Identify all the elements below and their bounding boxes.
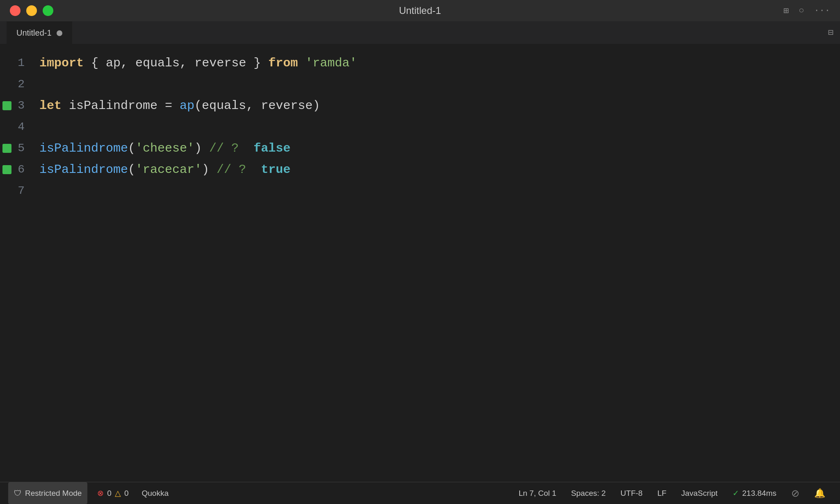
token-from: from xyxy=(268,52,298,74)
gutter-line-3: 3 xyxy=(0,95,33,116)
code-line-4 xyxy=(39,116,834,138)
token-space-1 xyxy=(298,52,305,74)
token-cheese: 'cheese' xyxy=(135,138,194,159)
warning-count: 0 xyxy=(124,489,129,498)
line-number-6: 6 xyxy=(18,159,25,180)
language-label: JavaScript xyxy=(681,489,718,498)
line-numbers-gutter: 1 2 3 4 5 6 7 xyxy=(0,44,33,482)
restricted-mode-indicator[interactable]: 🛡 Restricted Mode xyxy=(8,482,87,504)
title-bar: Untitled-1 ⊞ ○ ··· xyxy=(0,0,840,21)
title-right-actions: ⊞ ○ ··· xyxy=(783,5,830,16)
token-paren-open-3: ( xyxy=(194,95,202,116)
window-title: Untitled-1 xyxy=(399,5,441,16)
status-right: Ln 7, Col 1 Spaces: 2 UTF-8 LF JavaScrip… xyxy=(512,488,832,499)
encoding[interactable]: UTF-8 xyxy=(614,489,649,498)
line-ending-label: LF xyxy=(657,489,667,498)
gutter-line-2: 2 xyxy=(0,74,33,95)
quokka-indicator[interactable]: Quokka xyxy=(135,482,175,504)
notifications-button[interactable]: 🔔 xyxy=(808,488,832,499)
token-paren-close-3: ) xyxy=(313,95,320,116)
gutter-line-6: 6 xyxy=(0,159,33,180)
code-line-7 xyxy=(39,180,834,202)
person-icon: ⊘ xyxy=(791,488,799,499)
bell-icon: 🔔 xyxy=(814,488,825,499)
token-comment-5: // ? xyxy=(209,138,253,159)
more-actions-icon[interactable]: ··· xyxy=(814,6,830,16)
code-line-6: isPalindrome ( 'racecar' ) // ? true xyxy=(39,159,834,180)
editor-area: 1 2 3 4 5 6 7 import { ap , xyxy=(0,44,840,482)
token-equals-arg: equals xyxy=(202,95,246,116)
quokka-label: Quokka xyxy=(142,489,169,498)
tab-bar: Untitled-1 ⊟ xyxy=(0,21,840,44)
split-editor-icon[interactable]: ⊞ xyxy=(783,5,789,16)
token-comma-2: , xyxy=(180,52,194,74)
breakpoint-5[interactable] xyxy=(2,144,11,153)
shield-icon: 🛡 xyxy=(14,489,22,498)
error-count: 0 xyxy=(107,489,112,498)
line-number-4: 4 xyxy=(18,116,25,138)
remote-connection-button[interactable]: ⊘ xyxy=(785,488,806,499)
token-punct-1: { xyxy=(84,52,106,74)
token-ispalindrome-decl: isPalindrome = xyxy=(62,95,180,116)
cursor-position[interactable]: Ln 7, Col 1 xyxy=(512,489,563,498)
code-content[interactable]: import { ap , equals , reverse } from 'r… xyxy=(33,44,834,482)
token-racecar: 'racecar' xyxy=(135,159,202,180)
timing-indicator: ✓ 213.84ms xyxy=(726,488,783,498)
token-ispalindrome-call-2: isPalindrome xyxy=(39,159,128,180)
errors-indicator[interactable]: ⊗ 0 △ 0 xyxy=(91,482,135,504)
token-comma-3: , xyxy=(246,95,261,116)
token-ap-1: ap xyxy=(106,52,121,74)
line-number-1: 1 xyxy=(18,52,25,74)
line-ending[interactable]: LF xyxy=(651,489,673,498)
token-reverse-1: reverse xyxy=(194,52,246,74)
language-mode[interactable]: JavaScript xyxy=(675,489,724,498)
encoding-label: UTF-8 xyxy=(621,489,643,498)
token-punct-2: } xyxy=(246,52,268,74)
token-ramda: 'ramda' xyxy=(305,52,357,74)
token-ispalindrome-call-1: isPalindrome xyxy=(39,138,128,159)
minimize-button[interactable] xyxy=(26,5,37,16)
tab-modified-dot xyxy=(57,30,62,36)
line-number-7: 7 xyxy=(18,180,25,202)
code-line-3: let isPalindrome = ap ( equals , reverse… xyxy=(39,95,834,116)
token-paren-close-5: ) xyxy=(194,138,209,159)
position-label: Ln 7, Col 1 xyxy=(518,489,556,498)
code-line-5: isPalindrome ( 'cheese' ) // ? false xyxy=(39,138,834,159)
checkmark-icon: ✓ xyxy=(733,488,739,498)
timing-label: 213.84ms xyxy=(742,489,776,498)
line-number-3: 3 xyxy=(18,95,25,116)
token-paren-close-6: ) xyxy=(202,159,217,180)
vertical-scrollbar[interactable] xyxy=(834,44,840,482)
traffic-lights xyxy=(10,5,53,16)
tab-label: Untitled-1 xyxy=(16,28,52,38)
token-equals: equals xyxy=(135,52,180,74)
error-circle-icon: ⊗ xyxy=(97,488,104,498)
circle-icon[interactable]: ○ xyxy=(799,6,804,16)
status-bar: 🛡 Restricted Mode ⊗ 0 △ 0 Quokka Ln 7, C… xyxy=(0,482,840,504)
code-line-1: import { ap , equals , reverse } from 'r… xyxy=(39,52,834,74)
close-button[interactable] xyxy=(10,5,21,16)
split-editor-button[interactable]: ⊟ xyxy=(828,27,833,38)
spaces-label: Spaces: 2 xyxy=(571,489,606,498)
token-comment-6: // ? xyxy=(217,159,261,180)
code-line-2 xyxy=(39,74,834,95)
warning-triangle-icon: △ xyxy=(115,488,121,498)
line-number-5: 5 xyxy=(18,138,25,159)
maximize-button[interactable] xyxy=(43,5,53,16)
restricted-mode-label: Restricted Mode xyxy=(25,489,82,498)
line-number-2: 2 xyxy=(18,74,25,95)
token-false: false xyxy=(253,138,290,159)
gutter-line-1: 1 xyxy=(0,52,33,74)
token-reverse-arg: reverse xyxy=(261,95,313,116)
breakpoint-3[interactable] xyxy=(2,101,11,110)
token-paren-open-5: ( xyxy=(128,138,135,159)
token-let: let xyxy=(39,95,62,116)
token-true: true xyxy=(261,159,290,180)
token-ap-fn: ap xyxy=(180,95,194,116)
indentation[interactable]: Spaces: 2 xyxy=(564,489,612,498)
token-comma-1: , xyxy=(121,52,135,74)
tab-untitled-1[interactable]: Untitled-1 xyxy=(7,21,72,44)
breakpoint-6[interactable] xyxy=(2,165,11,174)
token-import: import xyxy=(39,52,84,74)
gutter-line-7: 7 xyxy=(0,180,33,202)
